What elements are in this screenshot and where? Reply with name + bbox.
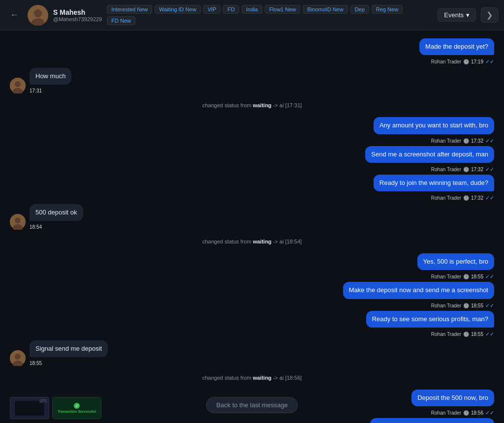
message-sender: Rohan Trader [431,410,461,416]
message-group-outgoing: Yes, 500 is perfect, broRohan Trader 🕐 1… [10,253,494,337]
tag-reg-new: Reg New [372,5,403,14]
outgoing-bubble: Ready to join the winning team, dude? [374,175,494,191]
incoming-column: How much17:31 [30,68,71,93]
message-group-outgoing: Any amount you want to start with, broRo… [10,117,494,201]
svg-point-10 [15,354,21,360]
events-button[interactable]: Events ▾ [438,8,476,22]
user-handle: @Mahesh73929229 [53,16,102,22]
status-change: changed status from waiting -> ai [17:31… [10,98,494,112]
message-checks: ✓✓ [485,273,494,280]
message-avatar [10,78,26,93]
outgoing-column: Yes, 500 is perfect, broRohan Trader 🕐 1… [343,253,494,337]
message-time: 18:55 [30,361,42,366]
back-to-last-button[interactable]: Back to the last message [206,397,298,413]
tags-area: Interested NewWaiting ID NewVIPFDIndiaFl… [107,5,433,25]
message-sender: Rohan Trader [431,332,461,337]
tag-waiting-id-new: Waiting ID New [155,5,200,14]
message-time: 17:32 [471,167,483,172]
message-checks: ✓✓ [485,138,494,144]
outgoing-bubble: Send me the screenshot after that, man [370,418,494,423]
bubble: Made the deposit yet? [419,38,494,55]
svg-point-7 [15,217,21,223]
message-meta: Rohan Trader 🕐 17:19 ✓✓ [431,59,494,65]
incoming-bubble: 500 deposit ok [30,204,83,221]
message-meta-incoming: 18:55 [30,361,108,366]
message-time: 18:55 [471,332,483,337]
message-checks: ✓✓ [485,302,494,309]
incoming-bubble: Signal send me deposit [30,340,108,357]
message-meta: Rohan Trader 🕐 18:55 ✓✓ [431,302,494,309]
message-sender: Rohan Trader [431,303,461,308]
message-sender: Rohan Trader [431,274,461,279]
message-meta: Rohan Trader 🕐 17:32 ✓✓ [431,195,494,201]
outgoing-column: Deposit the 500 now, broRohan Trader 🕐 1… [370,390,494,423]
user-name: S Mahesh [53,8,102,16]
message-group-incoming: Signal send me deposit18:55 [10,340,494,366]
message-time: 18:55 [471,274,483,279]
tag-fd: FD [223,5,239,14]
incoming-column: 500 deposit ok18:54 [30,204,83,230]
message-meta: Rohan Trader 🕐 17:32 ✓✓ [431,138,494,144]
message-meta: Rohan Trader 🕐 18:55 ✓✓ [431,331,494,337]
user-info: S Mahesh @Mahesh73929229 [53,8,102,22]
tag-dep: Dep [350,5,369,14]
message-sender: Rohan Trader [431,195,461,201]
message-group-incoming: 500 deposit ok18:54 [10,204,494,230]
tag-india: India [242,5,262,14]
thumbnail-image-1: 📱 [10,397,49,419]
tag-flow1-new: Flow1 New [265,5,300,14]
status-change: changed status from waiting -> ai [18:56… [10,371,494,385]
outgoing-bubble: Send me a screenshot after deposit, man [365,146,494,163]
message-checks: ✓✓ [485,331,494,337]
message-time: 18:56 [471,410,483,416]
events-label: Events [444,11,464,19]
tag-vip: VIP [203,5,221,14]
message-avatar [10,214,26,230]
message-bubble-outgoing: Made the deposit yet?Rohan Trader 🕐 17:1… [419,38,494,65]
message-time: 18:54 [30,224,42,230]
status-change: changed status from waiting -> ai [18:54… [10,235,494,248]
outgoing-bubble: Ready to see some serious profits, man? [366,311,494,328]
message-checks: ✓✓ [485,410,494,416]
message-meta: Rohan Trader 🕐 18:55 ✓✓ [431,273,494,280]
message-meta: Rohan Trader 🕐 18:56 ✓✓ [431,410,494,416]
outgoing-bubble: Yes, 500 is perfect, bro [417,253,495,270]
message-checks: ✓✓ [485,59,494,65]
message-time: 18:55 [471,303,483,308]
incoming-column: Signal send me deposit18:55 [30,340,108,366]
header-right: Events ▾ ❯ [438,7,498,23]
outgoing-bubble: Make the deposit now and send me a scree… [343,282,494,299]
tag-binomoid-new: BinomoID New [303,5,347,14]
message-meta-incoming: 18:54 [30,224,83,230]
avatar [28,5,48,26]
message-meta: Rohan Trader 🕐 17:32 ✓✓ [431,166,494,173]
message-sender: Rohan Trader [431,59,461,64]
chevron-down-icon: ▾ [466,11,470,19]
message-time: 17:32 [471,138,483,144]
message-time: 17:19 [471,59,483,64]
message-group-incoming: How much17:31 [10,68,494,93]
message-avatar [10,350,26,366]
outgoing-bubble: Any amount you want to start with, bro [374,117,494,134]
message-checks: ✓✓ [485,195,494,201]
svg-point-4 [15,81,21,87]
chat-header: ← S Mahesh @Mahesh73929229 Interested Ne… [0,0,504,30]
svg-point-1 [34,9,42,17]
message-row-outgoing: Made the deposit yet?Rohan Trader 🕐 17:1… [10,38,494,65]
thumbnail-preview: 📱 ✓ Transaction Successful [10,397,101,419]
outgoing-bubble: Deposit the 500 now, bro [411,390,494,406]
message-time: 17:32 [471,195,483,201]
back-button[interactable]: ← [6,8,23,22]
message-sender: Rohan Trader [431,138,461,144]
message-time: 17:31 [30,88,42,93]
outgoing-column: Any amount you want to start with, broRo… [365,117,494,201]
incoming-bubble: How much [30,68,71,85]
tag-fd-new: FD New [107,16,135,25]
chat-scroll-area[interactable]: Made the deposit yet?Rohan Trader 🕐 17:1… [0,30,504,423]
message-checks: ✓✓ [485,166,494,173]
message-meta-incoming: 17:31 [30,88,71,93]
tag-interested-new: Interested New [107,5,152,14]
message-sender: Rohan Trader [431,167,461,172]
panel-toggle-button[interactable]: ❯ [481,7,498,23]
thumbnail-image-2: ✓ Transaction Successful [52,397,101,419]
